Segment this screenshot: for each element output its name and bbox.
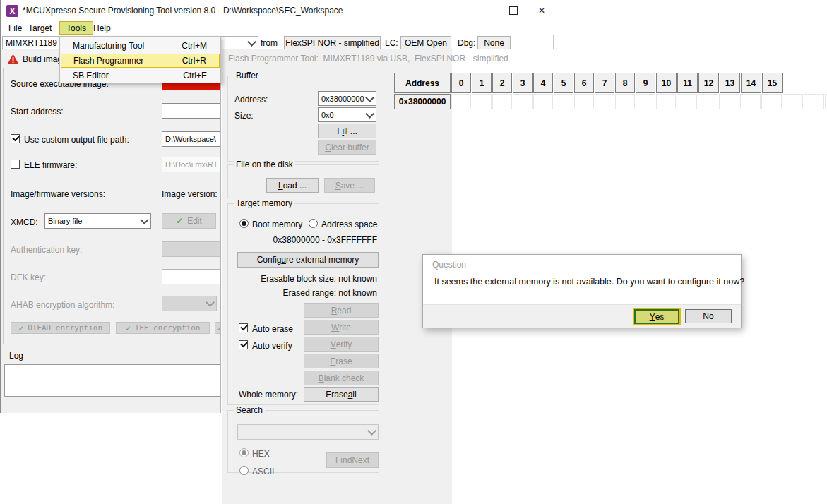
address-space-label: Address space — [321, 220, 377, 229]
hex-cell[interactable] — [740, 94, 761, 109]
close-button[interactable]: ✕ — [529, 0, 554, 20]
address-space-radio[interactable] — [309, 219, 318, 228]
screen: X *MCUXpresso Secure Provisioning Tool v… — [0, 0, 827, 504]
ascii-radio[interactable] — [239, 466, 249, 475]
auth-key-field — [162, 241, 221, 257]
chevron-down-icon — [365, 109, 374, 119]
hex-cell[interactable] — [615, 94, 635, 109]
hex-cell — [783, 94, 803, 109]
dek-key-field[interactable] — [162, 269, 221, 284]
dek-key-label: DEK key: — [11, 272, 46, 282]
hex-table-header: 10 — [656, 73, 677, 93]
menu-item-label: Flash Programmer — [73, 56, 143, 66]
xmcd-combo[interactable]: Binary file — [44, 213, 151, 229]
otfad-encryption-button: ✓ OTFAD encryption — [11, 322, 110, 334]
read-button: Read — [304, 303, 379, 318]
menu-item-label: SB Editor — [73, 71, 109, 80]
ahab-combo — [162, 296, 217, 311]
minimize-button[interactable]: ─ — [460, 0, 492, 20]
chevron-down-icon — [247, 37, 256, 47]
hex-cell[interactable] — [492, 94, 512, 109]
hex-cell — [804, 94, 824, 109]
clear-buffer-button: Clear buffer — [318, 140, 376, 155]
whole-memory-label: Whole memory: — [239, 390, 298, 400]
hex-table-header: 12 — [698, 73, 719, 93]
ele-firmware-checkbox[interactable] — [11, 160, 20, 169]
menubar: File Target Tools Help — [0, 21, 554, 35]
log-textarea[interactable] — [4, 364, 220, 397]
hex-cell[interactable] — [761, 94, 782, 109]
boot-device-button[interactable]: FlexSPI NOR - simplified — [284, 36, 381, 49]
erase-button: Erase — [304, 354, 379, 368]
check-icon: ✓ — [217, 323, 221, 333]
lifecycle-button[interactable]: OEM Open — [400, 36, 451, 49]
hex-cell[interactable] — [719, 94, 739, 109]
start-address-field[interactable] — [162, 103, 221, 119]
write-button: Write — [304, 320, 379, 335]
hex-radio — [239, 448, 249, 457]
hex-cell[interactable] — [698, 94, 718, 109]
menu-item-flash-programmer[interactable]: Flash Programmer Ctrl+R — [61, 54, 220, 68]
menu-target[interactable]: Target — [22, 21, 58, 35]
menu-item-manufacturing-tool[interactable]: Manufacturing Tool Ctrl+M — [61, 39, 220, 53]
hex-table-header: 6 — [574, 73, 594, 93]
load-button[interactable]: Load ... — [266, 178, 319, 193]
hex-table-header: Address — [394, 73, 451, 93]
warning-icon — [7, 54, 19, 65]
hex-cell[interactable] — [574, 94, 594, 109]
hex-cell[interactable] — [595, 94, 614, 109]
maximize-icon — [509, 6, 518, 15]
hex-cell[interactable] — [451, 94, 471, 109]
boot-type-combo[interactable] — [220, 36, 258, 49]
auth-key-label: Authentication key: — [11, 245, 82, 255]
erase-all-button[interactable]: Erase all — [304, 387, 379, 402]
hex-table-header: 13 — [720, 73, 740, 93]
hex-table-header-row: Address 0 1 2 3 4 5 6 7 8 9 10 11 12 13 … — [394, 73, 783, 93]
search-combo[interactable] — [237, 424, 379, 440]
custom-output-path-field[interactable]: D:\Workspace\ — [162, 131, 221, 147]
chevron-down-icon — [206, 298, 215, 307]
dialog-message: It seems the external memory is not avai… — [434, 277, 744, 287]
target-memory-group-label: Target memory — [234, 198, 294, 208]
no-button[interactable]: No — [685, 309, 732, 323]
app-icon: X — [6, 5, 18, 17]
hex-cell[interactable] — [533, 94, 553, 109]
chevron-down-icon — [140, 215, 149, 224]
hex-table-header: 15 — [762, 73, 783, 93]
memory-range-text: 0x38000000 - 0x3FFFFFFF — [237, 235, 377, 245]
search-group-label: Search — [234, 405, 265, 415]
hex-cell[interactable] — [472, 94, 492, 109]
menu-item-shortcut: Ctrl+R — [182, 56, 206, 66]
processor-selector[interactable]: MIMXRT1189 — [2, 36, 64, 49]
hex-cell[interactable] — [677, 94, 697, 109]
maximize-button[interactable] — [497, 0, 529, 20]
hex-cell[interactable] — [554, 94, 573, 109]
hex-cell[interactable] — [513, 94, 533, 109]
xmcd-label: XMCD: — [11, 217, 38, 227]
hex-cell[interactable] — [636, 94, 655, 109]
boot-memory-radio[interactable] — [239, 219, 249, 228]
debugger-button[interactable]: None — [477, 36, 511, 49]
close-icon: ✕ — [538, 6, 545, 16]
edit-button: ✓ Edit — [162, 213, 216, 229]
menu-item-sb-editor[interactable]: SB Editor Ctrl+E — [61, 68, 220, 83]
flash-panel-header: Flash Programmer Tool: MIMXRT1189 via US… — [228, 54, 508, 64]
yes-button[interactable]: Yes — [634, 309, 679, 324]
buffer-address-combo[interactable]: 0x38000000 — [318, 91, 376, 106]
chevron-down-icon — [367, 426, 376, 436]
menu-item-shortcut: Ctrl+E — [183, 71, 207, 80]
hex-cell[interactable] — [656, 94, 676, 109]
from-label: from — [261, 38, 278, 48]
build-image-panel: Build image Source executable image: Sta… — [0, 49, 221, 413]
auto-erase-checkbox[interactable] — [239, 323, 248, 332]
auto-verify-checkbox[interactable] — [239, 340, 248, 349]
configure-external-memory-button[interactable]: Configure external memory — [237, 252, 379, 268]
erased-range-text: Erased range: not known — [237, 288, 377, 298]
buffer-size-combo[interactable]: 0x0 — [318, 107, 376, 122]
menu-help[interactable]: Help — [87, 21, 117, 35]
blank-check-button: Blank check — [304, 371, 379, 385]
start-address-label: Start address: — [11, 107, 64, 116]
fill-button[interactable]: Fill ... — [318, 124, 376, 138]
hex-table-header: 14 — [741, 73, 761, 93]
custom-output-checkbox[interactable] — [11, 134, 20, 143]
